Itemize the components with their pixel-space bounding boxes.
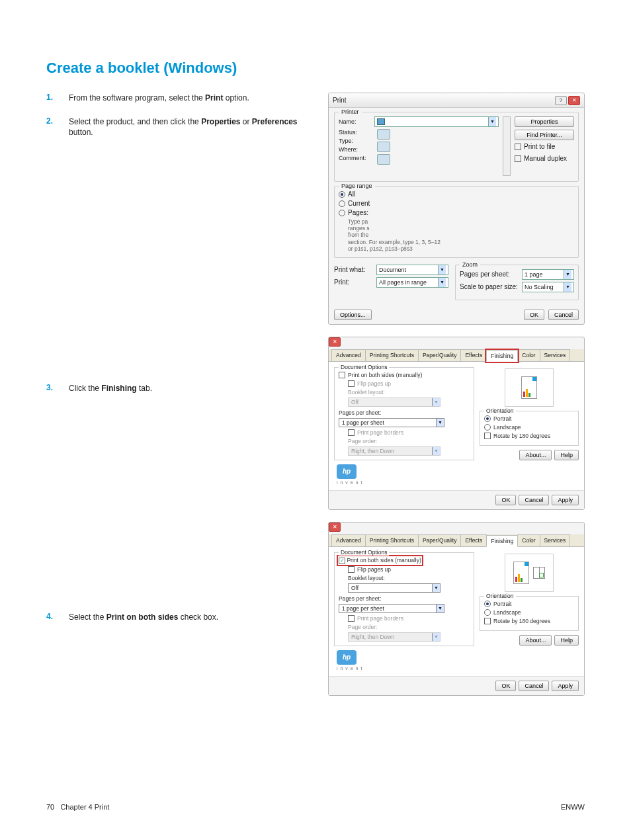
close-icon[interactable]: ✕ <box>568 96 580 105</box>
landscape-radio[interactable]: Landscape <box>484 424 574 431</box>
booklet-layout-select: Off▼ <box>348 398 441 407</box>
printer-list-thumbs <box>377 129 390 165</box>
help-icon[interactable]: ? <box>555 96 567 105</box>
tab-services[interactable]: Services <box>540 349 571 361</box>
doc-options-legend: Document Options <box>339 364 389 370</box>
tab-finishing[interactable]: Finishing <box>486 535 518 547</box>
help-button[interactable]: Help <box>554 635 579 646</box>
tab-effects[interactable]: Effects <box>460 349 487 361</box>
print-to-file-checkbox[interactable]: Print to file <box>515 143 574 150</box>
type-label: Type: <box>339 138 372 144</box>
print-dialog-title: Print <box>333 97 347 104</box>
step-2: 2. Select the product, and then click th… <box>46 116 304 138</box>
tab-printing-shortcuts[interactable]: Printing Shortcuts <box>365 534 419 546</box>
chevron-down-icon[interactable]: ▼ <box>488 117 496 126</box>
hp-logo-icon: hp <box>337 650 357 665</box>
page-preview-duplex <box>505 554 554 592</box>
tab-advanced[interactable]: Advanced <box>331 349 366 361</box>
portrait-radio[interactable]: Portrait <box>484 601 574 607</box>
tab-color[interactable]: Color <box>517 534 540 546</box>
about-button[interactable]: About... <box>519 635 552 646</box>
pages-per-sheet-select[interactable]: 1 page per sheet▼ <box>339 418 444 427</box>
orientation-group: Orientation Portrait Landscape Rotate by… <box>480 596 579 631</box>
hp-logo-icon: hp <box>337 464 357 479</box>
ok-button[interactable]: OK <box>524 310 544 320</box>
zoom-legend: Zoom <box>460 261 480 268</box>
properties-titlebar: ✕ <box>329 337 584 349</box>
page-order-label: Page order: <box>348 624 470 630</box>
step-1: 1. From the software program, select the… <box>46 93 304 103</box>
rotate-checkbox[interactable]: Rotate by 180 degrees <box>484 433 574 439</box>
apply-button[interactable]: Apply <box>552 681 579 691</box>
tab-services[interactable]: Services <box>540 534 571 546</box>
pages-per-sheet-label: Pages per sheet: <box>339 409 470 416</box>
tab-finishing[interactable]: Finishing <box>486 350 518 362</box>
tab-effects[interactable]: Effects <box>460 534 487 546</box>
printer-icon <box>377 118 385 125</box>
printer-name-select[interactable]: ▼ <box>374 116 499 127</box>
close-icon[interactable]: ✕ <box>329 523 341 532</box>
tab-paper-quality[interactable]: Paper/Quality <box>418 534 462 546</box>
manual-duplex-checkbox[interactable]: Manual duplex <box>515 155 574 162</box>
page-preview <box>505 368 554 407</box>
orientation-legend: Orientation <box>484 407 516 414</box>
print-what-label: Print what: <box>334 266 374 273</box>
hp-invent-text: i n v e n t <box>337 666 474 671</box>
properties-button[interactable]: Properties <box>515 116 574 127</box>
step-2-num: 2. <box>46 116 69 138</box>
pages-per-sheet-label: Pages per sheet: <box>339 595 470 602</box>
rotate-checkbox[interactable]: Rotate by 180 degrees <box>484 618 574 624</box>
step-1-text: From the software program, select the Pr… <box>69 93 249 103</box>
tab-paper-quality[interactable]: Paper/Quality <box>418 349 462 361</box>
properties-dialog-step4: ✕ Advanced Printing Shortcuts Paper/Qual… <box>328 522 585 696</box>
booklet-layout-select[interactable]: Off▼ <box>348 583 441 593</box>
flip-pages-up-checkbox[interactable]: Flip pages up <box>348 566 470 573</box>
properties-dialog-step3: ✕ Advanced Printing Shortcuts Paper/Qual… <box>328 337 585 510</box>
landscape-radio[interactable]: Landscape <box>484 609 574 616</box>
apply-button[interactable]: Apply <box>552 495 579 505</box>
print-page-borders-checkbox: Print page borders <box>348 429 470 436</box>
tab-color[interactable]: Color <box>517 349 540 361</box>
scale-select[interactable]: No Scaling▼ <box>522 282 574 292</box>
cancel-button[interactable]: Cancel <box>519 495 549 505</box>
comment-label: Comment: <box>339 155 372 161</box>
cancel-button[interactable]: Cancel <box>548 310 579 320</box>
step-2-text: Select the product, and then click the P… <box>69 116 304 138</box>
tab-strip: Advanced Printing Shortcuts Paper/Qualit… <box>329 534 584 547</box>
options-button[interactable]: Options... <box>334 310 372 320</box>
range-current-radio[interactable]: Current <box>339 200 574 207</box>
print-page-borders-checkbox: Print page borders <box>348 615 470 622</box>
ok-button[interactable]: OK <box>495 495 516 505</box>
booklet-layout-label: Booklet layout: <box>348 575 470 581</box>
properties-titlebar: ✕ <box>329 523 584 534</box>
page-heading: Create a booklet (Windows) <box>46 60 585 77</box>
print-select[interactable]: All pages in range▼ <box>376 277 448 288</box>
scrollbar[interactable] <box>503 116 511 176</box>
close-icon[interactable]: ✕ <box>329 337 341 347</box>
print-both-sides-checkbox[interactable]: Print on both sides (manually) <box>339 557 470 564</box>
pages-per-sheet-select[interactable]: 1 page▼ <box>522 269 574 280</box>
find-printer-button[interactable]: Find Printer... <box>515 130 574 140</box>
print-what-select[interactable]: Document▼ <box>376 265 448 275</box>
range-all-radio[interactable]: All <box>339 190 574 198</box>
portrait-radio[interactable]: Portrait <box>484 415 574 422</box>
name-label: Name: <box>339 118 372 125</box>
range-pages-radio[interactable]: Pages: <box>339 209 574 216</box>
step-3: 3. Click the Finishing tab. <box>46 383 304 394</box>
about-button[interactable]: About... <box>519 450 552 460</box>
help-button[interactable]: Help <box>554 450 579 460</box>
cancel-button[interactable]: Cancel <box>519 681 549 691</box>
pps-label: Pages per sheet: <box>460 271 519 278</box>
hp-invent-text: i n v e n t <box>337 480 474 485</box>
step-1-num: 1. <box>46 93 69 103</box>
where-label: Where: <box>339 146 372 153</box>
ok-button[interactable]: OK <box>495 681 516 691</box>
page-order-label: Page order: <box>348 438 470 444</box>
booklet-layout-label: Booklet layout: <box>348 389 470 396</box>
tab-printing-shortcuts[interactable]: Printing Shortcuts <box>365 349 419 361</box>
page-order-select: Right, then Down▼ <box>348 446 441 456</box>
step-3-text: Click the Finishing tab. <box>69 383 152 394</box>
print-both-sides-checkbox[interactable]: Print on both sides (manually) <box>339 372 470 378</box>
tab-advanced[interactable]: Advanced <box>331 534 366 546</box>
pages-per-sheet-select[interactable]: 1 page per sheet▼ <box>339 604 444 613</box>
